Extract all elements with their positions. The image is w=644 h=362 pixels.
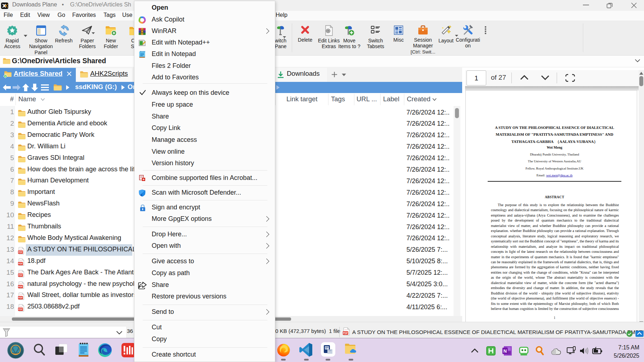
- svg-text:N: N: [503, 348, 507, 354]
